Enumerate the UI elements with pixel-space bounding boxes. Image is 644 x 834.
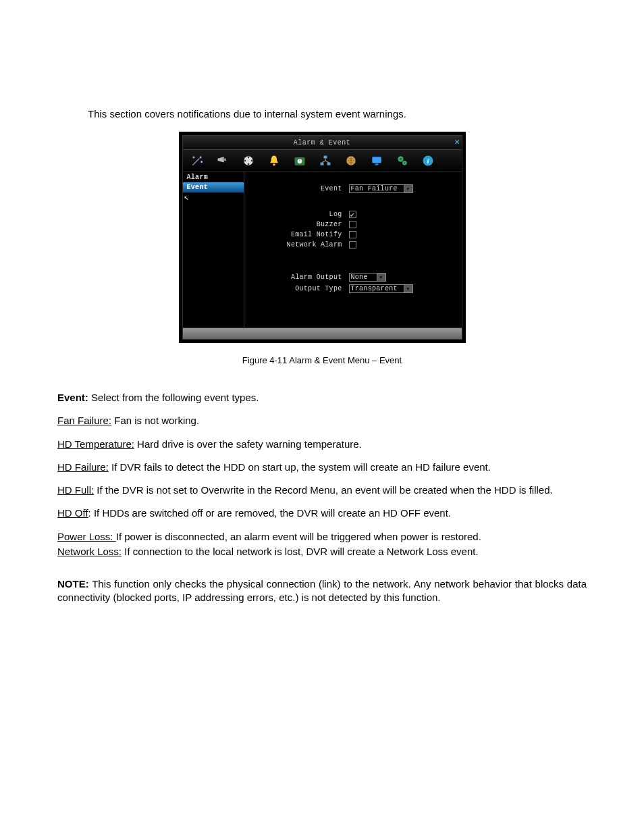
note-text: This function only checks the physical c…: [57, 578, 587, 603]
hd-failure-term: HD Failure:: [57, 461, 109, 473]
sidebar-item-event[interactable]: Event: [183, 182, 244, 192]
event-select[interactable]: Fan Failure ▼: [349, 184, 413, 193]
hd-off-term: HD Off: [57, 507, 88, 519]
cursor-icon: ↖: [184, 192, 190, 203]
event-def-lead: Event:: [57, 392, 88, 403]
camera-icon[interactable]: [215, 153, 230, 168]
sidebar: Alarm Event ↖: [183, 172, 244, 328]
log-checkbox[interactable]: ✔: [349, 211, 356, 218]
reel-icon[interactable]: [241, 153, 256, 168]
output-type-value: Transparent: [351, 285, 398, 292]
window-titlebar: Alarm & Event ✕: [182, 135, 462, 150]
svg-rect-14: [323, 156, 327, 159]
bell-icon[interactable]: [267, 153, 281, 168]
event-select-value: Fan Failure: [351, 185, 398, 192]
svg-line-19: [325, 161, 329, 163]
svg-point-2: [193, 157, 194, 158]
network-alarm-label: Network Alarm: [251, 241, 342, 249]
svg-point-1: [200, 157, 201, 158]
power-loss-text: If power is disconnected, an alarm event…: [116, 531, 481, 542]
event-form: Event Fan Failure ▼ Log ✔ Buzzer Email N: [244, 172, 462, 328]
sidebar-item-alarm[interactable]: Alarm: [183, 172, 244, 182]
svg-line-0: [192, 159, 199, 165]
clock-icon[interactable]: [292, 153, 307, 168]
hd-temp-term: HD Temperature:: [57, 438, 134, 450]
hd-full-term: HD Full:: [57, 484, 94, 496]
network-alarm-checkbox[interactable]: [349, 241, 356, 249]
monitor-icon[interactable]: [369, 153, 384, 168]
hd-failure-text: If DVR fails to detect the HDD on start …: [109, 461, 491, 473]
chevron-down-icon: ▼: [404, 185, 412, 192]
svg-rect-22: [375, 163, 378, 165]
svg-point-26: [404, 162, 405, 163]
status-bar: [182, 328, 462, 340]
definitions-text: Event: Select from the following event t…: [57, 391, 587, 605]
svg-point-24: [400, 158, 402, 160]
fan-failure-text: Fan is not working.: [111, 415, 199, 426]
hd-off-text: : If HDDs are switched off or are remove…: [88, 507, 451, 519]
alarm-output-label: Alarm Output: [251, 273, 342, 281]
buzzer-checkbox[interactable]: [349, 221, 356, 228]
svg-rect-15: [320, 163, 323, 165]
window-title: Alarm & Event: [183, 139, 462, 147]
email-notify-checkbox[interactable]: [349, 231, 356, 238]
output-type-select[interactable]: Transparent ▼: [349, 284, 413, 293]
svg-point-8: [244, 160, 246, 162]
svg-rect-4: [223, 159, 225, 161]
network-loss-text: If connection to the local network is lo…: [122, 546, 479, 557]
toolbar: i: [182, 150, 462, 172]
power-loss-term: Power Loss:: [57, 531, 116, 542]
hd-temp-text: Hard drive is over the safety warning te…: [134, 438, 362, 450]
gear-icon[interactable]: [395, 153, 410, 168]
svg-point-9: [250, 160, 252, 162]
event-def-rest: Select from the following event types.: [88, 392, 259, 403]
globe-icon[interactable]: [344, 153, 358, 168]
output-type-label: Output Type: [251, 285, 342, 292]
svg-point-3: [200, 161, 202, 163]
svg-point-6: [247, 157, 249, 159]
buzzer-label: Buzzer: [251, 221, 342, 228]
svg-line-18: [322, 161, 325, 163]
svg-point-10: [273, 163, 275, 165]
fan-failure-term: Fan Failure:: [57, 415, 111, 426]
event-label: Event: [251, 185, 342, 192]
svg-point-7: [247, 163, 249, 165]
alarm-output-select[interactable]: None ▼: [349, 273, 386, 282]
close-icon[interactable]: ✕: [454, 136, 460, 147]
chevron-down-icon: ▼: [404, 285, 412, 292]
svg-text:i: i: [427, 157, 429, 165]
network-icon[interactable]: [318, 153, 333, 168]
figure-caption: Figure 4-11 Alarm & Event Menu – Event: [57, 355, 587, 365]
hd-full-text: If the DVR is not set to Overwrite in th…: [94, 484, 552, 496]
section-intro: This section covers notifications due to…: [88, 108, 587, 120]
alarm-event-screenshot: Alarm & Event ✕ i Alarm Event ↖ Event: [179, 132, 466, 343]
email-label: Email Notify: [251, 231, 342, 238]
log-label: Log: [251, 211, 342, 218]
note-lead: NOTE:: [57, 578, 89, 590]
alarm-output-value: None: [351, 273, 368, 281]
wand-icon[interactable]: [190, 153, 205, 168]
info-icon[interactable]: i: [421, 153, 435, 168]
network-loss-term: Network Loss:: [57, 546, 122, 557]
chevron-down-icon: ▼: [377, 273, 385, 281]
svg-rect-16: [327, 163, 330, 165]
svg-rect-21: [372, 157, 381, 163]
